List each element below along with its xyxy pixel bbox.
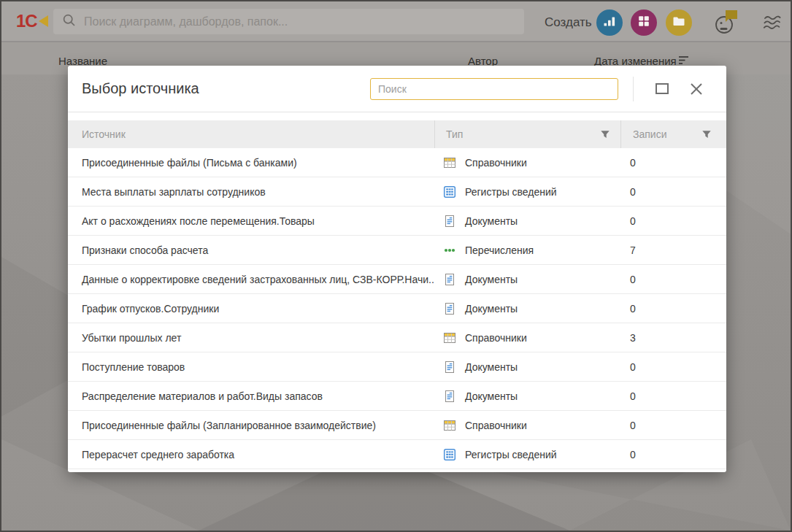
create-label: Создать <box>545 15 592 30</box>
top-bar: 1С Создать <box>1 1 791 42</box>
source-name: Присоединенные файлы (Письма с банками) <box>68 157 434 169</box>
source-type-cell: Справочники <box>434 419 620 432</box>
1c-logo-triangle-icon <box>39 15 48 27</box>
type-label: Регистры сведений <box>465 186 557 198</box>
source-name: Распределение материалов и работ.Виды за… <box>68 390 434 402</box>
type-label: Документы <box>465 390 518 402</box>
dialog-title: Выбор источника <box>82 80 199 97</box>
information-register-icon <box>443 185 456 198</box>
source-type-cell: Справочники <box>434 156 620 169</box>
source-name: График отпусков.Сотрудники <box>68 303 434 315</box>
table-row[interactable]: Присоединенные файлы (Письма с банками) … <box>68 148 726 177</box>
source-name: Поступление товаров <box>68 361 434 373</box>
waves-menu-button[interactable] <box>762 14 784 34</box>
source-type-cell: Документы <box>434 273 620 286</box>
source-table-header: Источник Тип Записи <box>68 120 726 148</box>
type-label: Справочники <box>465 157 527 169</box>
type-filter-icon[interactable] <box>600 129 610 139</box>
type-label: Справочники <box>465 332 527 344</box>
close-icon <box>689 88 704 99</box>
records-count: 0 <box>620 215 726 227</box>
records-count: 0 <box>620 420 726 431</box>
column-records[interactable]: Записи <box>620 120 726 148</box>
table-row[interactable]: Признаки способа расчета Перечисления 7 <box>68 236 726 265</box>
column-type[interactable]: Тип <box>434 120 620 148</box>
type-label: Документы <box>465 274 518 285</box>
source-name: Присоединенные файлы (Запланированное вз… <box>68 420 434 431</box>
table-row[interactable]: Распределение материалов и работ.Виды за… <box>68 382 726 411</box>
source-name: Акт о расхождениях после перемещения.Тов… <box>68 215 434 227</box>
user-feedback-button[interactable] <box>710 7 746 38</box>
type-label: Перечисления <box>465 244 534 256</box>
column-type-label: Тип <box>446 128 463 140</box>
column-records-label: Записи <box>633 128 666 140</box>
create-dashboard-button[interactable] <box>631 9 657 36</box>
table-row[interactable]: Данные о корректировке сведений застрахо… <box>68 265 726 294</box>
records-count: 0 <box>620 186 726 198</box>
catalog-icon <box>443 419 456 432</box>
records-filter-icon[interactable] <box>701 129 712 139</box>
source-type-cell: Регистры сведений <box>434 185 620 198</box>
source-name: Убытки прошлых лет <box>68 332 434 344</box>
1c-logo-text: 1С <box>16 11 37 31</box>
source-name: Места выплаты зарплаты сотрудников <box>68 186 434 198</box>
dialog-search-input[interactable] <box>370 78 618 100</box>
records-count: 0 <box>620 390 726 402</box>
records-count: 7 <box>620 244 726 256</box>
type-label: Документы <box>465 303 518 315</box>
source-name: Данные о корректировке сведений застрахо… <box>68 274 434 285</box>
source-name: Признаки способа расчета <box>68 244 434 256</box>
grid-icon <box>637 15 650 31</box>
records-count: 0 <box>620 157 726 169</box>
source-type-cell: Документы <box>434 302 620 315</box>
source-type-cell: Документы <box>434 390 620 403</box>
table-row[interactable]: Поступление товаров Документы 0 <box>68 352 726 382</box>
records-count: 0 <box>620 361 726 373</box>
document-icon <box>443 273 456 286</box>
app-window: 1С Создать <box>0 0 792 532</box>
catalog-icon <box>443 156 456 169</box>
type-label: Справочники <box>465 420 527 431</box>
document-icon <box>443 302 456 315</box>
enumeration-icon <box>443 244 456 257</box>
records-count: 0 <box>620 303 726 315</box>
bar-chart-icon <box>602 14 617 31</box>
type-label: Документы <box>465 361 518 373</box>
global-search[interactable] <box>53 9 524 34</box>
table-row[interactable]: График отпусков.Сотрудники Документы 0 <box>68 294 726 323</box>
records-count: 0 <box>620 449 726 460</box>
table-row[interactable]: Акт о расхождениях после перемещения.Тов… <box>68 207 726 236</box>
document-icon <box>443 361 456 374</box>
records-count: 0 <box>620 274 726 285</box>
waves-menu-icon <box>762 21 784 34</box>
source-table-body: Присоединенные файлы (Письма с банками) … <box>68 148 726 469</box>
folder-icon <box>672 14 686 31</box>
records-count: 3 <box>620 332 726 344</box>
global-search-input[interactable] <box>84 15 515 28</box>
source-selection-dialog: Выбор источника Источник Тип Записи <box>68 66 726 472</box>
dialog-header: Выбор источника <box>68 66 726 112</box>
type-label: Регистры сведений <box>465 449 557 460</box>
table-row[interactable]: Убытки прошлых лет Справочники 3 <box>68 323 726 352</box>
table-row[interactable]: Места выплаты зарплаты сотрудников Регис… <box>68 177 726 207</box>
information-register-icon <box>443 448 456 461</box>
column-source-label: Источник <box>82 128 126 140</box>
table-row[interactable]: Перерасчет среднего заработка Регистры с… <box>68 440 726 469</box>
source-type-cell: Регистры сведений <box>434 448 620 461</box>
column-source[interactable]: Источник <box>68 128 434 140</box>
create-folder-button[interactable] <box>666 9 692 36</box>
close-button[interactable] <box>689 82 704 96</box>
source-type-cell: Перечисления <box>434 244 620 257</box>
user-feedback-icon <box>710 28 746 40</box>
maximize-button[interactable] <box>655 83 669 94</box>
table-row[interactable]: Присоединенные файлы (Запланированное вз… <box>68 411 726 440</box>
catalog-icon <box>443 331 456 344</box>
search-icon <box>62 13 77 31</box>
source-type-cell: Документы <box>434 215 620 228</box>
document-icon <box>443 215 456 228</box>
header-divider <box>633 77 634 101</box>
source-type-cell: Документы <box>434 361 620 374</box>
1c-logo[interactable]: 1С <box>16 11 48 31</box>
create-diagram-button[interactable] <box>596 9 623 36</box>
type-label: Документы <box>465 215 518 227</box>
